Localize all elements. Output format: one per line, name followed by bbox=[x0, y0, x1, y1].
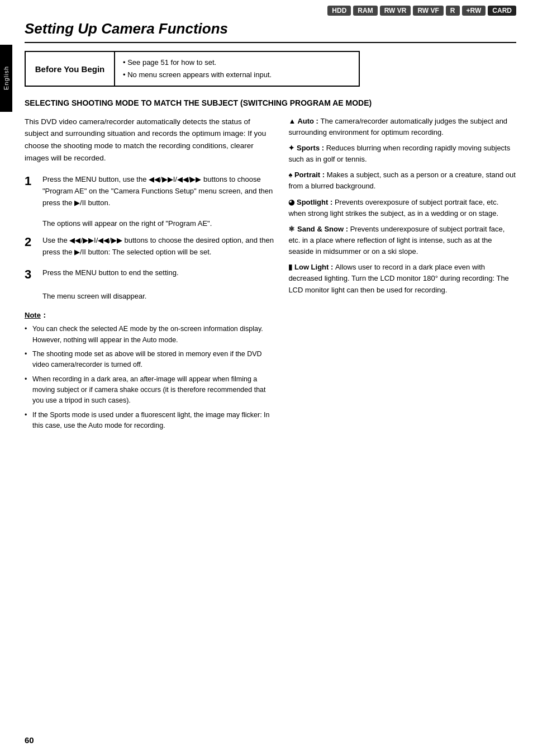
right-item-lowlight: ▮ Low Light : Allows user to record in a… bbox=[288, 262, 516, 295]
portrait-icon: ♠ bbox=[288, 171, 294, 179]
right-column: ▲ Auto : The camera/recorder automatical… bbox=[288, 116, 516, 435]
auto-icon: ▲ bbox=[288, 117, 297, 125]
step-1-number: 1 bbox=[25, 174, 37, 188]
step-1: 1 Press the MENU button, use the ◀◀/▶▶I/… bbox=[25, 174, 275, 209]
before-bullet-1: • See page 51 for how to set. bbox=[123, 56, 272, 69]
sidebar-label-text: English bbox=[3, 66, 9, 90]
page-title: Setting Up Camera Functions bbox=[25, 20, 516, 43]
portrait-label: Portrait : bbox=[294, 171, 327, 179]
step-3-number: 3 bbox=[25, 267, 37, 282]
badge-rwvr: RW VR bbox=[380, 6, 411, 16]
sports-icon: ✦ bbox=[288, 144, 297, 152]
lowlight-icon: ▮ bbox=[288, 263, 294, 271]
spotlight-label: Spotlight : bbox=[297, 198, 335, 206]
sports-label: Sports : bbox=[297, 144, 326, 152]
step-1-text: Press the MENU button, use the ◀◀/▶▶I/◀◀… bbox=[42, 174, 275, 209]
before-label: Before You Begin bbox=[26, 52, 115, 86]
before-content: • See page 51 for how to set. • No menu … bbox=[115, 52, 279, 86]
right-item-auto: ▲ Auto : The camera/recorder automatical… bbox=[288, 116, 516, 138]
page-number: 60 bbox=[25, 735, 34, 745]
step-2-text: Use the ◀◀/▶▶I/◀◀/▶▶ buttons to choose t… bbox=[42, 235, 275, 258]
note-item-1: You can check the selected AE mode by th… bbox=[25, 324, 275, 346]
note-item-4: If the Sports mode is used under a fluor… bbox=[25, 410, 275, 432]
step-2-number: 2 bbox=[25, 235, 37, 249]
sandsnow-icon: ⚛ bbox=[288, 225, 297, 233]
badge-rwvf: RW VF bbox=[413, 6, 443, 16]
right-item-sports: ✦ Sports : Reduces blurring when recordi… bbox=[288, 143, 516, 165]
sidebar-english: English bbox=[0, 45, 12, 112]
note-item-3: When recording in a dark area, an after-… bbox=[25, 374, 275, 407]
before-bullet-2: • No menu screen appears with external i… bbox=[123, 69, 272, 81]
right-item-sandsnow: ⚛ Sand & Snow : Prevents underexposure o… bbox=[288, 224, 516, 257]
note-item-2: The shooting mode set as above will be s… bbox=[25, 349, 275, 371]
right-item-portrait: ♠ Portrait : Makes a subject, such as a … bbox=[288, 169, 516, 192]
badge-hdd: HDD bbox=[327, 6, 351, 16]
badge-ram: RAM bbox=[353, 6, 377, 16]
note-list: You can check the selected AE mode by th… bbox=[25, 324, 275, 431]
before-you-begin-box: Before You Begin • See page 51 for how t… bbox=[25, 51, 360, 87]
spotlight-icon: ◕ bbox=[288, 198, 297, 206]
step-3-text: Press the MENU button to end the setting… bbox=[42, 267, 179, 279]
step-1-sub: The options will appear on the right of … bbox=[42, 218, 275, 230]
left-column: This DVD video camera/recorder automatic… bbox=[25, 116, 275, 435]
intro-paragraph: This DVD video camera/recorder automatic… bbox=[25, 116, 275, 164]
badge-card: CARD bbox=[488, 6, 516, 16]
auto-text: The camera/recorder automatically judges… bbox=[288, 117, 507, 136]
lowlight-label: Low Light : bbox=[294, 263, 335, 271]
sandsnow-label: Sand & Snow : bbox=[297, 225, 350, 233]
note-section: Note： You can check the selected AE mode… bbox=[25, 310, 275, 431]
right-item-spotlight: ◕ Spotlight : Prevents overexposure of s… bbox=[288, 197, 516, 219]
auto-label: Auto : bbox=[297, 117, 320, 125]
two-col-layout: This DVD video camera/recorder automatic… bbox=[25, 116, 516, 435]
step-2: 2 Use the ◀◀/▶▶I/◀◀/▶▶ buttons to choose… bbox=[25, 235, 275, 258]
step-3-sub: The menu screen will disappear. bbox=[42, 291, 275, 303]
format-badges-bar: HDD RAM RW VR RW VF R +RW CARD bbox=[25, 0, 516, 18]
step-3: 3 Press the MENU button to end the setti… bbox=[25, 267, 275, 282]
badge-r: R bbox=[446, 6, 460, 16]
section-heading: SELECTING SHOOTING MODE TO MATCH THE SUB… bbox=[25, 98, 516, 109]
note-title: Note： bbox=[25, 310, 275, 320]
badge-plusrw: +RW bbox=[462, 6, 486, 16]
